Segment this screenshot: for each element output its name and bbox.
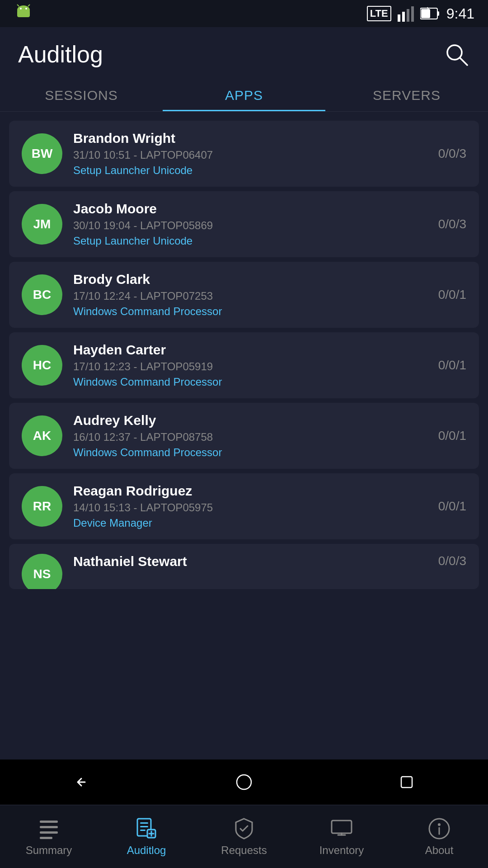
item-date: 31/10 10:51 - LAPTOP06407 [73, 149, 431, 161]
item-date: 17/10 12:23 - LAPTOP05919 [73, 360, 431, 373]
time-display: 9:41 [446, 5, 474, 22]
status-bar-right: LTE 9:41 [367, 5, 474, 22]
svg-rect-20 [40, 831, 58, 834]
avatar: JM [22, 204, 62, 245]
item-info: Jacob Moore 30/10 19:04 - LAPTOP05869 Se… [73, 201, 431, 247]
shield-icon [232, 817, 256, 840]
back-button[interactable] [63, 771, 99, 793]
list-icon [37, 817, 61, 840]
avatar: BW [22, 133, 62, 174]
svg-rect-23 [140, 822, 148, 824]
avatar: AK [22, 415, 62, 456]
search-button[interactable] [443, 41, 470, 68]
svg-rect-24 [140, 826, 148, 827]
item-date: 16/10 12:37 - LAPTOP08758 [73, 431, 431, 443]
app-list: BW Brandon Wright 31/10 10:51 - LAPTOP06… [0, 112, 488, 598]
search-icon [444, 42, 469, 67]
svg-line-4 [17, 5, 19, 6]
item-date: 30/10 19:04 - LAPTOP05869 [73, 219, 431, 232]
item-date: 17/10 12:24 - LAPTOP07253 [73, 290, 431, 302]
tab-apps[interactable]: APPS [163, 77, 325, 111]
item-name: Nathaniel Stewart [73, 554, 431, 569]
tab-servers[interactable]: SERVERS [325, 77, 488, 111]
item-app: Setup Launcher Unicode [73, 235, 431, 247]
item-app: Windows Command Processor [73, 446, 431, 459]
signal-icon [398, 5, 414, 22]
item-name: Jacob Moore [73, 201, 431, 217]
item-name: Audrey Kelly [73, 413, 431, 428]
item-app: Windows Command Processor [73, 305, 431, 318]
item-score: 0/0/3 [438, 217, 466, 231]
svg-rect-6 [398, 14, 400, 22]
list-item[interactable]: NS Nathaniel Stewart 0/0/3 [9, 544, 479, 589]
nav-item-auditlog[interactable]: Auditlog [98, 805, 195, 868]
nav-item-inventory[interactable]: Inventory [293, 805, 390, 868]
nav-label-inventory: Inventory [319, 844, 364, 857]
list-item[interactable]: RR Reagan Rodriguez 14/10 15:13 - LAPTOP… [9, 473, 479, 539]
item-info: Nathaniel Stewart [73, 554, 431, 572]
list-item[interactable]: JM Jacob Moore 30/10 19:04 - LAPTOP05869… [9, 191, 479, 257]
item-score: 0/0/1 [438, 358, 466, 373]
svg-point-33 [438, 823, 441, 826]
item-name: Reagan Rodriguez [73, 483, 431, 499]
auditlog-icon [135, 817, 158, 840]
item-score: 0/0/3 [438, 554, 466, 568]
list-item[interactable]: BC Brody Clark 17/10 12:24 - LAPTOP07253… [9, 262, 479, 328]
item-date: 14/10 15:13 - LAPTOP05975 [73, 501, 431, 514]
app-header: Auditlog [0, 27, 488, 77]
nav-label-about: About [425, 844, 454, 857]
svg-rect-11 [437, 11, 439, 16]
tabs-container: SESSIONS APPS SERVERS [0, 77, 488, 112]
item-info: Reagan Rodriguez 14/10 15:13 - LAPTOP059… [73, 483, 431, 529]
status-bar: LTE 9:41 [0, 0, 488, 27]
item-score: 0/0/1 [438, 288, 466, 302]
nav-label-auditlog: Auditlog [127, 844, 166, 857]
item-info: Brody Clark 17/10 12:24 - LAPTOP07253 Wi… [73, 272, 431, 318]
list-item[interactable]: BW Brandon Wright 31/10 10:51 - LAPTOP06… [9, 121, 479, 187]
bottom-nav: Summary Auditlog Requests Inventory [0, 805, 488, 868]
avatar: HC [22, 345, 62, 386]
avatar: RR [22, 486, 62, 527]
svg-rect-8 [407, 9, 409, 22]
svg-rect-21 [40, 837, 52, 839]
nav-label-requests: Requests [221, 844, 267, 857]
item-info: Brandon Wright 31/10 10:51 - LAPTOP06407… [73, 131, 431, 177]
svg-rect-18 [40, 821, 58, 823]
avatar: NS [22, 554, 62, 589]
nav-label-summary: Summary [26, 844, 72, 857]
home-button[interactable] [226, 771, 262, 793]
item-app: Device Manager [73, 517, 431, 529]
item-name: Brandon Wright [73, 131, 431, 146]
recents-button[interactable] [389, 771, 425, 793]
nav-item-requests[interactable]: Requests [195, 805, 293, 868]
tab-sessions[interactable]: SESSIONS [0, 77, 163, 111]
item-info: Audrey Kelly 16/10 12:37 - LAPTOP08758 W… [73, 413, 431, 459]
svg-rect-7 [402, 12, 405, 22]
app-title: Auditlog [18, 41, 103, 68]
nav-item-about[interactable]: About [390, 805, 488, 868]
status-bar-left [14, 4, 33, 24]
svg-rect-1 [17, 10, 30, 17]
monitor-icon [330, 817, 353, 840]
svg-rect-29 [332, 821, 352, 833]
avatar: BC [22, 274, 62, 315]
battery-icon [420, 5, 440, 22]
item-score: 0/0/1 [438, 499, 466, 514]
nav-item-summary[interactable]: Summary [0, 805, 98, 868]
android-icon [14, 4, 33, 24]
svg-rect-25 [140, 830, 145, 831]
item-app: Windows Command Processor [73, 376, 431, 388]
item-score: 0/0/3 [438, 146, 466, 161]
item-name: Brody Clark [73, 272, 431, 287]
item-info: Hayden Carter 17/10 12:23 - LAPTOP05919 … [73, 342, 431, 388]
svg-line-5 [28, 5, 30, 6]
item-name: Hayden Carter [73, 342, 431, 358]
svg-rect-9 [411, 6, 414, 22]
list-item[interactable]: HC Hayden Carter 17/10 12:23 - LAPTOP059… [9, 332, 479, 398]
android-nav-bar [0, 760, 488, 805]
item-score: 0/0/1 [438, 429, 466, 443]
item-app: Setup Launcher Unicode [73, 164, 431, 177]
lte-badge: LTE [367, 6, 391, 21]
svg-point-2 [20, 8, 22, 9]
list-item[interactable]: AK Audrey Kelly 16/10 12:37 - LAPTOP0875… [9, 403, 479, 469]
